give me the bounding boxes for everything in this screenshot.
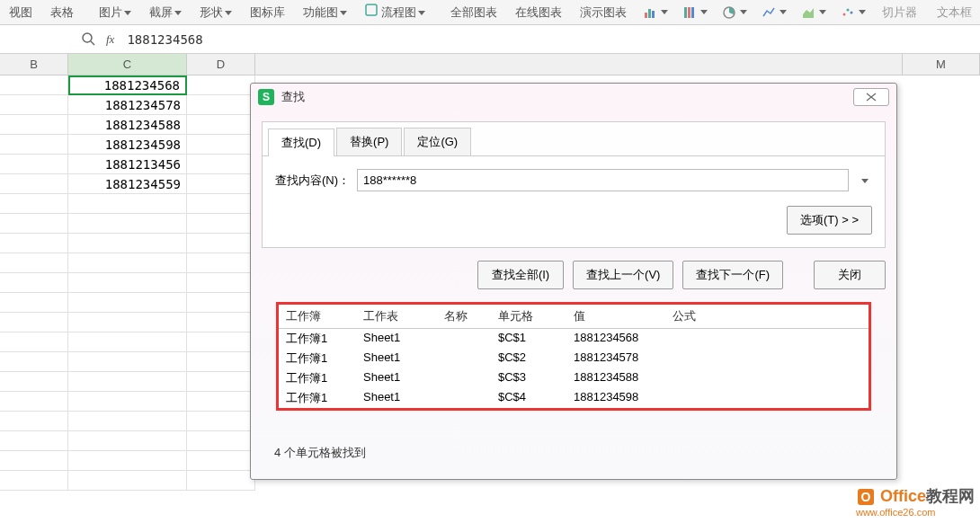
options-button[interactable]: 选项(T) > >	[787, 206, 872, 235]
result-row[interactable]: 工作簿1Sheet1$C$21881234578	[279, 349, 869, 368]
cell[interactable]	[68, 214, 187, 234]
find-next-button[interactable]: 查找下一个(F)	[682, 261, 783, 289]
cell[interactable]	[187, 313, 255, 332]
cell[interactable]	[0, 214, 68, 234]
cell[interactable]	[68, 293, 187, 313]
cell[interactable]	[187, 451, 255, 471]
col-header-m[interactable]: M	[903, 54, 980, 75]
cell[interactable]	[68, 332, 187, 352]
cell[interactable]	[0, 273, 68, 293]
cell[interactable]	[0, 75, 68, 95]
toolbar-chart-icon1[interactable]	[639, 4, 672, 22]
toolbar-chart-icon2[interactable]	[679, 4, 711, 22]
close-button[interactable]: 关闭	[814, 261, 886, 289]
cell[interactable]	[0, 451, 68, 471]
cell[interactable]	[68, 313, 187, 332]
cell[interactable]	[187, 135, 255, 155]
toolbar-table[interactable]: 表格	[45, 3, 79, 22]
toolbar-image[interactable]: 图片	[94, 3, 137, 22]
cell[interactable]	[0, 332, 68, 352]
cell[interactable]	[0, 293, 68, 313]
header-worksheet[interactable]: 工作表	[363, 308, 444, 324]
find-prev-button[interactable]: 查找上一个(V)	[573, 261, 673, 289]
header-value[interactable]: 值	[574, 308, 673, 324]
cell[interactable]	[68, 234, 187, 253]
dialog-titlebar[interactable]: S 查找	[251, 84, 896, 111]
cell[interactable]	[68, 253, 187, 273]
toolbar-flowchart[interactable]: 流程图	[360, 2, 431, 22]
cell[interactable]	[68, 352, 187, 372]
cell[interactable]	[0, 471, 68, 491]
cell[interactable]	[187, 155, 255, 174]
cell[interactable]	[187, 392, 255, 412]
cell-c3[interactable]: 1881234588	[68, 115, 187, 135]
cell[interactable]	[187, 95, 255, 115]
cell[interactable]	[187, 471, 255, 491]
cell[interactable]	[68, 431, 187, 451]
col-header-d[interactable]: D	[187, 54, 255, 75]
header-name[interactable]: 名称	[444, 308, 498, 324]
cell[interactable]	[68, 451, 187, 471]
col-header-c[interactable]: C	[68, 54, 187, 75]
header-cell[interactable]: 单元格	[498, 308, 574, 324]
col-header-b[interactable]: B	[0, 54, 68, 75]
toolbar-view[interactable]: 视图	[4, 3, 38, 22]
search-dropdown[interactable]	[856, 173, 872, 187]
cell[interactable]	[68, 392, 187, 412]
find-all-button[interactable]: 查找全部(I)	[477, 261, 564, 289]
formula-input[interactable]: 1881234568	[123, 29, 980, 50]
toolbar-onlinecharts[interactable]: 在线图表	[510, 3, 567, 22]
toolbar-presentcharts[interactable]: 演示图表	[575, 3, 632, 22]
tab-goto[interactable]: 定位(G)	[404, 128, 471, 155]
cell[interactable]	[0, 352, 68, 372]
cell-c4[interactable]: 1881234598	[68, 135, 187, 155]
cell-c6[interactable]: 1881234559	[68, 174, 187, 194]
cell[interactable]	[0, 115, 68, 135]
dialog-close-button[interactable]	[853, 88, 889, 106]
cell[interactable]	[187, 273, 255, 293]
cell-c2[interactable]: 1881234578	[68, 95, 187, 115]
toolbar-textbox[interactable]: 文本框	[931, 3, 977, 22]
toolbar-funcchart[interactable]: 功能图	[298, 3, 352, 22]
cell[interactable]	[0, 372, 68, 392]
cell[interactable]	[187, 352, 255, 372]
toolbar-iconlib[interactable]: 图标库	[245, 3, 290, 22]
cell[interactable]	[68, 412, 187, 431]
cell[interactable]	[187, 234, 255, 253]
search-input[interactable]	[357, 169, 849, 191]
toolbar-shape[interactable]: 形状	[194, 3, 237, 22]
cell[interactable]	[187, 253, 255, 273]
cell[interactable]	[0, 412, 68, 431]
cell[interactable]	[0, 135, 68, 155]
tab-replace[interactable]: 替换(P)	[336, 128, 402, 155]
header-formula[interactable]: 公式	[673, 308, 861, 324]
tab-find[interactable]: 查找(D)	[268, 129, 334, 156]
toolbar-chart-icon6[interactable]	[837, 4, 869, 22]
cell[interactable]	[0, 431, 68, 451]
cell[interactable]	[187, 372, 255, 392]
cell[interactable]	[0, 155, 68, 174]
cell[interactable]	[187, 293, 255, 313]
header-workbook[interactable]: 工作簿	[286, 308, 363, 324]
active-cell-c1[interactable]: 1881234568	[68, 75, 187, 95]
cell[interactable]	[187, 332, 255, 352]
fx-label[interactable]: fx	[106, 32, 114, 47]
toolbar-chart-icon5[interactable]	[797, 4, 830, 22]
toolbar-screenshot[interactable]: 截屏	[144, 3, 187, 22]
toolbar-allcharts[interactable]: 全部图表	[445, 3, 503, 22]
result-row[interactable]: 工作簿1Sheet1$C$11881234568	[279, 329, 869, 349]
cell[interactable]	[187, 115, 255, 135]
result-row[interactable]: 工作簿1Sheet1$C$31881234588	[279, 368, 869, 388]
cell[interactable]	[0, 313, 68, 332]
cell[interactable]	[0, 253, 68, 273]
cell[interactable]	[0, 194, 68, 214]
cell[interactable]	[187, 412, 255, 431]
cell[interactable]	[68, 273, 187, 293]
cell[interactable]	[187, 174, 255, 194]
cell[interactable]	[68, 471, 187, 491]
cell-c5[interactable]: 1881213456	[68, 155, 187, 174]
cell[interactable]	[187, 194, 255, 214]
cell[interactable]	[68, 372, 187, 392]
cell[interactable]	[187, 214, 255, 234]
toolbar-slicer[interactable]: 切片器	[877, 3, 922, 22]
